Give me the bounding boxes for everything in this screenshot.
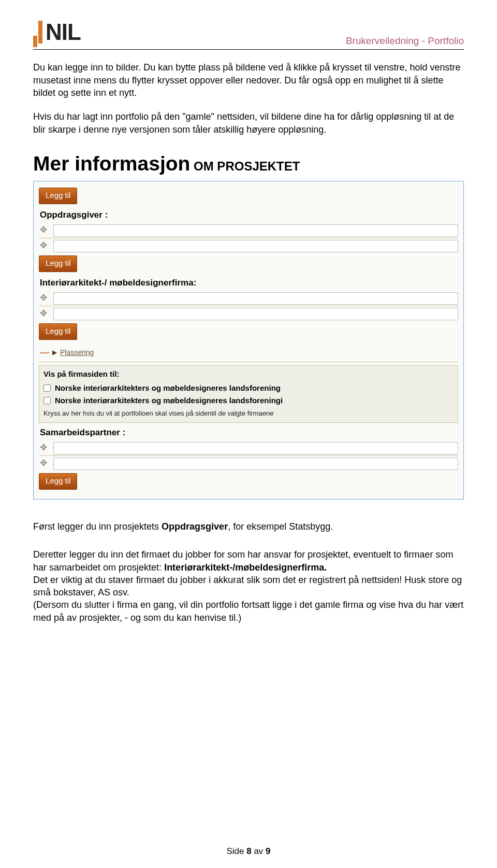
checkbox-label: Norske interiørarkitekters og møbeldesig… bbox=[55, 383, 281, 393]
firm-checkbox-2[interactable] bbox=[43, 397, 51, 404]
partner-input-1[interactable] bbox=[53, 442, 458, 454]
logo-text: NIL bbox=[46, 17, 81, 47]
drag-handle-icon[interactable]: ✥ bbox=[39, 224, 48, 236]
add-button[interactable]: Legg til bbox=[39, 323, 77, 340]
label-samarbeidspartner: Samarbeidspartner : bbox=[40, 427, 458, 439]
header-subtitle: Brukerveiledning - Portfolio bbox=[346, 34, 464, 48]
oppdragsgiver-input-1[interactable] bbox=[53, 224, 458, 237]
logo-mark-bar-1 bbox=[33, 36, 37, 47]
field-row: ✥ bbox=[39, 458, 458, 470]
checkbox-label: Norske interiørarkitekters og møbeldesig… bbox=[55, 395, 283, 406]
minus-icon: — bbox=[40, 346, 49, 359]
drag-handle-icon[interactable]: ✥ bbox=[39, 458, 48, 469]
section-heading: Mer informasjon OM PROSJEKTET bbox=[33, 150, 464, 178]
drag-handle-icon[interactable]: ✥ bbox=[39, 292, 48, 304]
closing-paragraph-4: Deretter legger du inn det firmaet du jo… bbox=[33, 548, 464, 574]
drag-handle-icon[interactable]: ✥ bbox=[39, 442, 48, 454]
firma-input-2[interactable] bbox=[53, 308, 458, 320]
text-run: Først legger du inn prosjektets bbox=[33, 521, 162, 532]
plassering-link: Plassering bbox=[60, 348, 94, 358]
label-oppdragsgiver: Oppdragsgiver : bbox=[40, 209, 458, 221]
plassering-toggle[interactable]: — ▶ Plassering bbox=[39, 342, 458, 361]
heading-sub: OM PROSJEKTET bbox=[190, 159, 300, 173]
text-run: , for eksempel Statsbygg. bbox=[228, 521, 333, 532]
logo: NIL bbox=[33, 17, 81, 47]
closing-paragraph-3: Først legger du inn prosjektets Oppdrags… bbox=[33, 520, 464, 533]
page-footer: Side 8 av 9 bbox=[0, 846, 497, 858]
form-screenshot: Legg til Oppdragsgiver : ✥ ✥ Legg til In… bbox=[33, 181, 464, 500]
closing-paragraph-6: (Dersom du slutter i firma en gang, vil … bbox=[33, 599, 464, 624]
triangle-right-icon: ▶ bbox=[52, 348, 57, 357]
field-row: ✥ bbox=[39, 308, 458, 320]
firma-input-1[interactable] bbox=[53, 292, 458, 305]
label-vis-paa: Vis på firmasiden til: bbox=[43, 369, 454, 379]
closing-paragraph-5: Det er viktig at du staver firmaet du jo… bbox=[33, 574, 464, 599]
footer-page-current: 8 bbox=[246, 846, 251, 856]
field-row: ✥ bbox=[39, 442, 458, 454]
label-firma: Interiørarkitekt-/ møbeldesignerfirma: bbox=[40, 277, 458, 289]
footer-text: av bbox=[252, 846, 266, 856]
field-divider bbox=[39, 456, 458, 456]
add-button[interactable]: Legg til bbox=[39, 473, 77, 490]
firm-note: Kryss av her hvis du vil at portfolioen … bbox=[43, 409, 454, 418]
checkbox-row: Norske interiørarkitekters og møbeldesig… bbox=[43, 395, 454, 406]
add-button[interactable]: Legg til bbox=[39, 188, 77, 204]
firm-block: Vis på firmasiden til: Norske interiørar… bbox=[39, 365, 458, 422]
add-button[interactable]: Legg til bbox=[39, 255, 77, 272]
drag-handle-icon[interactable]: ✥ bbox=[39, 240, 48, 252]
heading-main: Mer informasjon bbox=[33, 152, 190, 175]
field-divider bbox=[39, 238, 458, 238]
section-divider bbox=[39, 362, 458, 362]
field-row: ✥ bbox=[39, 224, 458, 237]
firm-checkbox-1[interactable] bbox=[43, 385, 51, 392]
logo-mark-bar-2 bbox=[38, 21, 42, 44]
text-bold: Oppdragsgiver bbox=[162, 521, 228, 532]
intro-paragraph-1: Du kan legge inn to bilder. Du kan bytte… bbox=[33, 61, 464, 99]
partner-input-2[interactable] bbox=[53, 458, 458, 470]
oppdragsgiver-input-2[interactable] bbox=[53, 240, 458, 252]
text-bold: Interiørarkitekt-/møbeldesignerfirma. bbox=[164, 562, 327, 573]
intro-paragraph-2: Hvis du har lagt inn portfolio på den "g… bbox=[33, 110, 464, 136]
field-row: ✥ bbox=[39, 240, 458, 252]
page-header: NIL Brukerveiledning - Portfolio bbox=[33, 17, 464, 47]
drag-handle-icon[interactable]: ✥ bbox=[39, 308, 48, 320]
header-divider bbox=[33, 49, 464, 50]
field-divider bbox=[39, 306, 458, 306]
checkbox-row: Norske interiørarkitekters og møbeldesig… bbox=[43, 383, 454, 393]
field-row: ✥ bbox=[39, 292, 458, 305]
footer-text: Side bbox=[226, 846, 246, 856]
footer-page-total: 9 bbox=[266, 846, 270, 856]
